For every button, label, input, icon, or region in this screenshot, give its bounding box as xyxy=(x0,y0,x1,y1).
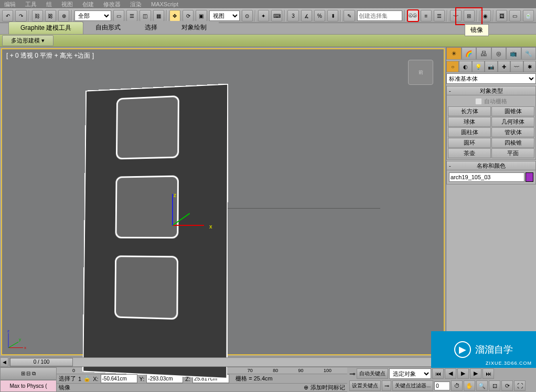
prev-frame-button[interactable]: ◀ xyxy=(445,368,456,379)
add-time-tag-label[interactable]: 添加时间标记 xyxy=(310,384,345,391)
rollout-name-color[interactable]: 名称和颜色 xyxy=(446,161,536,170)
spacewarps-subtab[interactable]: 〰 xyxy=(510,61,523,72)
render-setup-button[interactable]: 🖼 xyxy=(496,10,507,21)
utilities-tab[interactable]: 🔧 xyxy=(521,47,537,60)
x-coord-input[interactable] xyxy=(101,374,137,383)
orbit-button[interactable]: ⟳ xyxy=(501,380,513,391)
geometry-category-select[interactable]: 标准基本体 xyxy=(446,73,536,84)
angle-snap-button[interactable]: ∡ xyxy=(301,10,312,21)
maxscript-listener[interactable]: Max to Physcs ( xyxy=(0,380,57,393)
timeline-left-button[interactable]: ◀ xyxy=(0,357,8,367)
material-editor-button[interactable]: ◉ xyxy=(480,10,491,21)
manipulate-button[interactable]: ✦ xyxy=(258,10,269,21)
zoom-all-button[interactable]: ⊡ xyxy=(489,380,500,391)
torus-button[interactable]: 圆环 xyxy=(448,138,491,148)
keyfilter-button[interactable]: 关键点过滤器... xyxy=(392,380,433,391)
autokey-button[interactable]: 自动关键点 xyxy=(357,368,388,379)
selection-filter-select[interactable]: 全部 xyxy=(74,10,111,21)
plane-button[interactable]: 平面 xyxy=(491,148,534,158)
layers-button[interactable]: ☰ xyxy=(434,10,445,21)
ribbon-tab-selection[interactable]: 选择 xyxy=(133,21,169,34)
sphere-button[interactable]: 球体 xyxy=(448,117,491,127)
goto-start-button[interactable]: ⏮ xyxy=(432,368,444,379)
link-button[interactable]: ⛓ xyxy=(32,10,43,21)
next-frame-button[interactable]: ▶ xyxy=(470,368,481,379)
motion-tab[interactable]: ◎ xyxy=(491,47,507,60)
named-selection-input[interactable] xyxy=(357,10,402,21)
key-icon-button[interactable]: ⊸ xyxy=(382,380,391,391)
lights-subtab[interactable]: 💡 xyxy=(472,61,485,72)
current-frame-input[interactable] xyxy=(434,382,450,390)
time-slider-thumb[interactable]: 0 / 100 xyxy=(10,358,73,366)
systems-subtab[interactable]: ✱ xyxy=(523,61,536,72)
cone-button[interactable]: 圆锥体 xyxy=(491,106,534,116)
helpers-subtab[interactable]: ✚ xyxy=(498,61,510,72)
spinner-snap-button[interactable]: ⬍ xyxy=(327,10,338,21)
menu-item[interactable]: 编辑 xyxy=(4,1,16,8)
create-tab[interactable]: ✳ xyxy=(446,47,462,60)
pan-view-button[interactable]: ✋ xyxy=(464,380,475,391)
goto-end-button[interactable]: ⏭ xyxy=(483,368,494,379)
keyboard-button[interactable]: ⌨ xyxy=(271,10,282,21)
object-arch19-105-03[interactable] xyxy=(81,86,228,374)
rotate-button[interactable]: ⟳ xyxy=(183,10,194,21)
shapes-subtab[interactable]: ◐ xyxy=(459,61,471,72)
scale-button[interactable]: ▣ xyxy=(196,10,207,21)
poly-modeling-button[interactable]: 多边形建模 ▾ xyxy=(2,35,53,46)
region-select-button[interactable]: ◫ xyxy=(140,10,151,21)
object-color-swatch[interactable] xyxy=(526,172,533,182)
pyramid-button[interactable]: 四棱锥 xyxy=(491,138,534,148)
cameras-subtab[interactable]: 📷 xyxy=(485,61,497,72)
menu-item[interactable]: 修改器 xyxy=(103,1,121,8)
menu-item[interactable]: 工具 xyxy=(25,1,37,8)
select-button[interactable]: ▭ xyxy=(113,10,124,21)
bind-button[interactable]: ⊕ xyxy=(58,10,69,21)
geosphere-button[interactable]: 几何球体 xyxy=(491,117,534,127)
ribbon-tab-freeform[interactable]: 自由形式 xyxy=(83,21,133,34)
time-tag-button[interactable]: ⊕ xyxy=(304,384,308,391)
move-button[interactable]: ✥ xyxy=(169,10,180,21)
viewport-perspective[interactable]: [ + 0 透视 0 平滑 + 高光 +边面 ] 前 x z xyxy=(1,48,445,355)
rollout-object-type[interactable]: 对象类型 xyxy=(446,86,536,95)
ribbon-tab-graphite[interactable]: Graphite 建模工具 xyxy=(8,21,83,34)
setkey-button[interactable]: 设置关键点 xyxy=(349,380,381,391)
menu-item[interactable]: 组 xyxy=(46,1,52,8)
pivot-button[interactable]: ⊙ xyxy=(242,10,253,21)
align-button[interactable]: ≡ xyxy=(421,10,432,21)
object-name-input[interactable] xyxy=(449,172,524,182)
edit-named-sel-button[interactable]: ✎ xyxy=(344,10,355,21)
snap-button[interactable]: 3 xyxy=(287,10,298,21)
tube-button[interactable]: 管状体 xyxy=(491,127,534,137)
lock-icon[interactable]: 🔒 xyxy=(83,375,91,382)
menu-item[interactable]: 创建 xyxy=(82,1,94,8)
box-button[interactable]: 长方体 xyxy=(448,106,491,116)
ribbon-tab-paint[interactable]: 对象绘制 xyxy=(169,21,219,34)
geometry-subtab[interactable]: ○ xyxy=(446,61,459,72)
keymode-select[interactable]: 选定对象 xyxy=(389,368,431,379)
key-mode-icon[interactable]: ⊸ xyxy=(349,369,356,378)
percent-snap-button[interactable]: % xyxy=(314,10,325,21)
ref-coord-select[interactable]: 视图 xyxy=(209,10,240,21)
time-config-button[interactable]: ⏱ xyxy=(451,380,463,391)
menu-item[interactable]: 渲染 xyxy=(130,1,142,8)
curve-editor-button[interactable]: 〰 xyxy=(450,10,461,21)
track-icons[interactable]: ⊞ ⊟ ⧉ xyxy=(0,367,57,380)
unlink-button[interactable]: ⛓̸ xyxy=(45,10,56,21)
window-crossing-button[interactable]: ▦ xyxy=(153,10,164,21)
select-name-button[interactable]: ☰ xyxy=(126,10,137,21)
render-button[interactable]: 🍵 xyxy=(523,10,534,21)
mirror-button[interactable]: ⧀⧁ xyxy=(408,10,419,21)
cylinder-button[interactable]: 圆柱体 xyxy=(448,127,491,137)
play-button[interactable]: ▶ xyxy=(457,368,469,379)
hierarchy-tab[interactable]: 品 xyxy=(476,47,491,60)
zoom-button[interactable]: 🔍 xyxy=(476,380,488,391)
schematic-button[interactable]: ⊞ xyxy=(464,10,475,21)
display-tab[interactable]: 📺 xyxy=(506,47,521,60)
viewcube[interactable]: 前 xyxy=(408,60,433,85)
menu-item[interactable]: MAXScript xyxy=(151,1,178,7)
redo-button[interactable]: ↷ xyxy=(15,10,26,21)
maximize-button[interactable]: ⛶ xyxy=(514,380,526,391)
teapot-button[interactable]: 茶壶 xyxy=(448,148,491,158)
menu-item[interactable]: 视图 xyxy=(61,1,73,8)
undo-button[interactable]: ↶ xyxy=(2,10,13,21)
